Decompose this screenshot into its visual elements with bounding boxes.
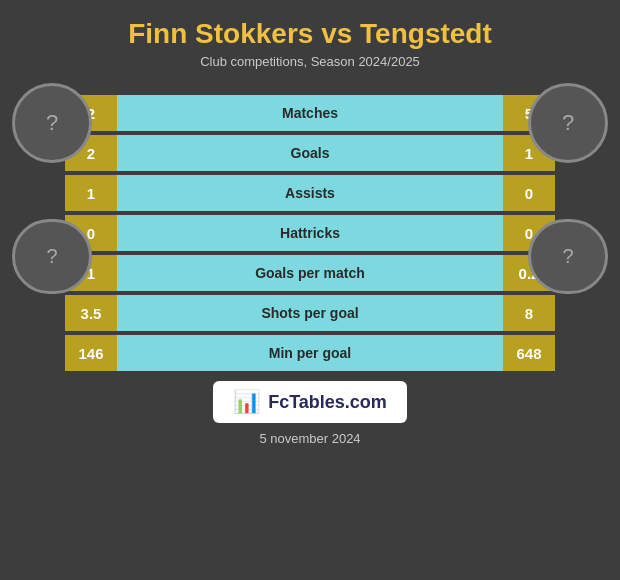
player-right-mid-avatar: ? (528, 219, 608, 294)
right-avatars: ? (528, 83, 608, 163)
stat-right-val-2: 0 (503, 175, 555, 211)
stat-row-0: 2 Matches 5 (65, 95, 555, 131)
full-wrapper: ? ? 2 Matches 5 2 Goals 1 1 (0, 83, 620, 371)
date-label: 5 november 2024 (259, 431, 360, 446)
left-avatars: ? (12, 83, 92, 163)
page-container: Finn Stokkers vs Tengstedt Club competit… (0, 0, 620, 580)
stat-right-val-6: 648 (503, 335, 555, 371)
logo-icon: 📊 (233, 389, 260, 415)
stat-row-2: 1 Assists 0 (65, 175, 555, 211)
stat-left-val-5: 3.5 (65, 295, 117, 331)
player-left-top-avatar: ? (12, 83, 92, 163)
stats-mid: 0 Hattricks 0 1 Goals per match 0.2 3.5 … (65, 215, 555, 371)
stat-row-6: 146 Min per goal 648 (65, 335, 555, 371)
stats-top: 2 Matches 5 2 Goals 1 1 Assists 0 (65, 83, 555, 211)
stat-label-5: Shots per goal (117, 295, 503, 331)
stat-left-val-6: 146 (65, 335, 117, 371)
page-title: Finn Stokkers vs Tengstedt (128, 18, 492, 50)
stat-row-1: 2 Goals 1 (65, 135, 555, 171)
stat-label-0: Matches (117, 95, 503, 131)
stat-label-1: Goals (117, 135, 503, 171)
player-left-mid-avatar: ? (12, 219, 92, 294)
player-right-top-avatar: ? (528, 83, 608, 163)
stat-row-5: 3.5 Shots per goal 8 (65, 295, 555, 331)
stat-label-2: Assists (117, 175, 503, 211)
page-subtitle: Club competitions, Season 2024/2025 (200, 54, 420, 69)
stat-right-val-5: 8 (503, 295, 555, 331)
stat-label-6: Min per goal (117, 335, 503, 371)
logo-text: FcTables.com (268, 392, 387, 413)
stat-row-4: 1 Goals per match 0.2 (65, 255, 555, 291)
stat-label-3: Hattricks (117, 215, 503, 251)
stat-label-4: Goals per match (117, 255, 503, 291)
logo-box: 📊 FcTables.com (213, 381, 407, 423)
stat-left-val-2: 1 (65, 175, 117, 211)
stat-row-3: 0 Hattricks 0 (65, 215, 555, 251)
